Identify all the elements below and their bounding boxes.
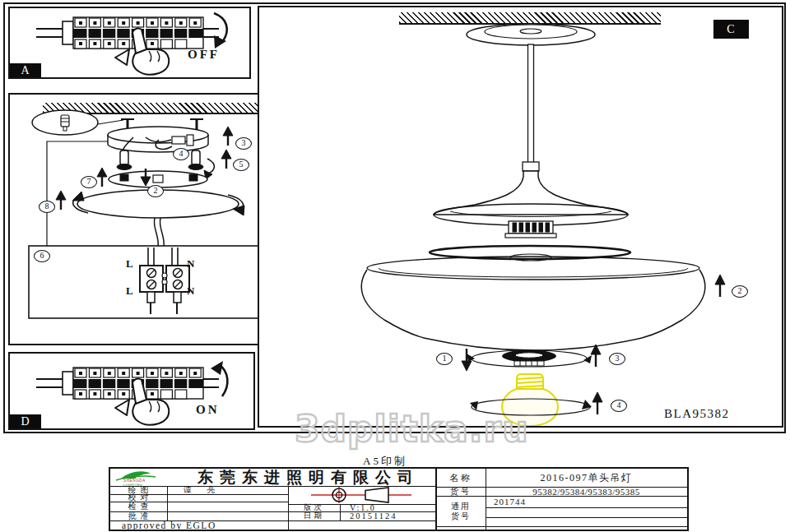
sign-value-draw: 谭 亮 [167, 486, 288, 494]
panel-a-power-off: OFF A [8, 7, 251, 79]
table-grid-line [436, 526, 687, 527]
panel-b-mounting: 3 5 4 7 2 8 1 6 L N L N B [8, 93, 293, 345]
panel-d-tag: D [10, 414, 41, 428]
ceiling-canopy [467, 24, 595, 45]
light-bulb-icon [502, 374, 558, 426]
panel-a-tag: A [10, 63, 41, 77]
wall-anchor-callout [32, 110, 123, 135]
callout-2: 2 [732, 285, 748, 298]
table-grid-line [486, 517, 687, 518]
panel-c-assembly: 2 1 3 4 BLA95382 C [258, 6, 783, 428]
callout-4: 4 [173, 148, 189, 160]
instruction-sheet: OFF A [0, 0, 790, 532]
approved-by: approved by EGLO [110, 520, 288, 530]
product-name-label: 名称 [436, 469, 486, 487]
date-value: 20151124 [340, 511, 436, 520]
callout-8: 8 [39, 201, 55, 213]
live-label-bottom: L [126, 285, 133, 298]
sku-label: 货号 [436, 487, 486, 496]
power-cable-right [203, 379, 219, 387]
common-sku-value: 201744 [486, 496, 687, 507]
callout-3: 3 [609, 353, 625, 365]
neutral-label-bottom: N [187, 285, 194, 298]
callout-4: 4 [611, 400, 627, 412]
lamp-holder-bell [434, 162, 628, 238]
callout-5: 5 [233, 159, 249, 171]
callout-3: 3 [235, 137, 252, 150]
date-label: 日期 [288, 511, 340, 520]
callout-1: 1 [436, 353, 453, 365]
sign-value-check [167, 502, 288, 511]
power-cable-left [36, 21, 73, 44]
mounting-exploded-illustration [10, 95, 291, 344]
on-label: ON [196, 403, 220, 417]
socket-ring [467, 350, 592, 368]
common-sku-label-line2: 货号 [451, 511, 471, 521]
detail-leader-line [47, 141, 108, 246]
table-grid-line [486, 507, 687, 508]
power-cable-left [36, 372, 73, 395]
pendant-lamp-illustration [259, 7, 782, 426]
model-number: BLA95382 [664, 407, 730, 421]
annotation-arrows [462, 275, 725, 414]
common-sku-label-line1: 通用 [451, 502, 471, 511]
rotate-off-arrow-icon [214, 13, 227, 49]
common-sku-label: 通用 货号 [436, 496, 486, 526]
live-label-top: L [126, 257, 133, 271]
off-label: OFF [188, 48, 220, 62]
callout-6: 6 [34, 250, 50, 262]
terminal-strip-off-illustration [36, 8, 258, 79]
first-angle-projection-icon [308, 487, 415, 503]
sku-value: 95382/95384/95383/95385 [486, 487, 687, 496]
lamp-shade [361, 246, 705, 350]
sign-value-approve [167, 511, 288, 520]
sign-label-approve: 批准 [110, 511, 167, 520]
power-cable-right [203, 29, 219, 37]
panel-c-tag: C [713, 20, 749, 39]
cover-shell [72, 190, 244, 247]
suspension-rod [528, 44, 534, 163]
title-block-table: SHENGDA LIGHTING 东莞东进照明有限公司 绘图 谭 亮 校对 检查… [109, 467, 689, 531]
panel-d-power-on: ON D [8, 352, 255, 430]
product-name-value: 2016-097单头吊灯 [486, 469, 687, 487]
revision-value: V:1.0 [340, 504, 436, 511]
wiring-detail-box [29, 246, 290, 318]
neutral-label-top: N [187, 257, 194, 271]
sign-value-proof [167, 494, 288, 502]
callout-7: 7 [81, 176, 97, 188]
callout-2: 2 [147, 185, 164, 197]
terminal-strip-on-illustration [36, 359, 258, 434]
